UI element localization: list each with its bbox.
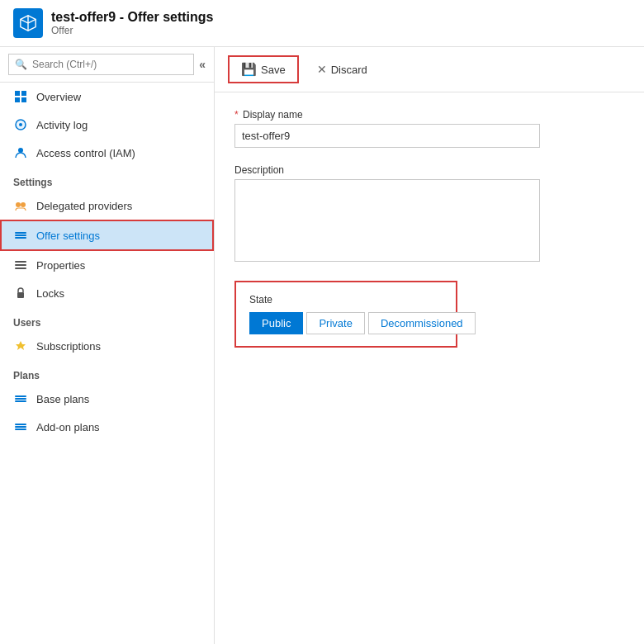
sidebar-item-activity-log[interactable]: Activity log <box>0 111 214 139</box>
svg-rect-18 <box>15 398 26 400</box>
display-name-label: * Display name <box>234 109 624 121</box>
required-marker: * <box>234 109 239 121</box>
sidebar-item-offer-settings-label: Offer settings <box>36 230 100 242</box>
iam-icon <box>13 145 28 160</box>
subscriptions-icon <box>13 339 28 353</box>
svg-rect-0 <box>15 91 20 96</box>
search-input[interactable] <box>8 54 194 75</box>
main-layout: 🔍 « Overview Activity log <box>0 47 644 644</box>
svg-rect-9 <box>15 232 26 234</box>
sidebar-item-overview-label: Overview <box>36 91 81 103</box>
svg-rect-15 <box>17 292 24 298</box>
sidebar-item-base-plans[interactable]: Base plans <box>0 385 214 413</box>
display-name-group: * Display name <box>234 109 624 148</box>
sidebar-item-addon-plans-label: Add-on plans <box>36 421 100 433</box>
search-box: 🔍 « <box>0 47 214 83</box>
svg-rect-11 <box>15 237 26 239</box>
svg-rect-12 <box>15 261 26 263</box>
discard-icon: ✕ <box>317 63 327 76</box>
state-buttons: Public Private Decommissioned <box>249 312 443 334</box>
section-plans: Plans <box>0 360 214 385</box>
offer-icon <box>13 8 43 38</box>
save-button[interactable]: 💾 Save <box>228 55 299 83</box>
sidebar: 🔍 « Overview Activity log <box>0 47 215 644</box>
svg-rect-22 <box>15 429 26 430</box>
state-box: State Public Private Decommissioned <box>234 281 457 348</box>
locks-icon <box>13 286 28 301</box>
sidebar-item-subscriptions-label: Subscriptions <box>36 340 101 353</box>
sidebar-item-overview[interactable]: Overview <box>0 83 214 111</box>
overview-icon <box>13 89 28 104</box>
delegated-icon <box>13 198 28 213</box>
description-label: Description <box>234 164 624 176</box>
sidebar-item-base-plans-label: Base plans <box>36 393 89 405</box>
sidebar-item-iam[interactable]: Access control (IAM) <box>0 139 214 167</box>
svg-rect-2 <box>15 97 20 102</box>
svg-rect-13 <box>15 264 26 266</box>
save-icon: 💾 <box>241 62 257 77</box>
content-area: 💾 Save ✕ Discard * Display name <box>215 47 644 644</box>
section-users: Users <box>0 307 214 332</box>
description-group: Description <box>234 164 624 264</box>
search-icon: 🔍 <box>15 59 27 70</box>
state-public-button[interactable]: Public <box>249 312 303 334</box>
sidebar-item-delegated-label: Delegated providers <box>36 200 132 212</box>
svg-point-5 <box>19 123 22 126</box>
svg-rect-17 <box>15 395 26 397</box>
save-label: Save <box>261 64 286 76</box>
svg-marker-16 <box>16 341 26 350</box>
discard-button[interactable]: ✕ Discard <box>305 58 379 81</box>
form-area: * Display name Description State Public … <box>215 92 644 644</box>
svg-point-8 <box>21 202 26 207</box>
svg-rect-19 <box>15 400 26 402</box>
description-input[interactable] <box>234 179 540 262</box>
sidebar-item-properties-label: Properties <box>36 259 85 272</box>
sidebar-item-locks[interactable]: Locks <box>0 279 214 307</box>
svg-point-7 <box>16 202 21 207</box>
svg-rect-20 <box>15 424 26 425</box>
svg-point-6 <box>18 148 23 153</box>
collapse-button[interactable]: « <box>199 58 206 71</box>
page-header: test-offer9 - Offer settings Offer <box>0 0 644 47</box>
state-private-button[interactable]: Private <box>306 312 364 334</box>
sidebar-item-addon-plans[interactable]: Add-on plans <box>0 413 214 441</box>
section-settings: Settings <box>0 167 214 192</box>
page-subtitle: Offer <box>51 25 213 36</box>
sidebar-item-activity-label: Activity log <box>36 119 88 131</box>
state-label: State <box>249 294 443 305</box>
offer-settings-icon <box>13 228 28 243</box>
toolbar: 💾 Save ✕ Discard <box>215 47 644 92</box>
svg-rect-21 <box>15 426 26 428</box>
activity-icon <box>13 117 28 132</box>
sidebar-item-iam-label: Access control (IAM) <box>36 147 135 159</box>
discard-label: Discard <box>331 64 367 76</box>
state-decommissioned-button[interactable]: Decommissioned <box>368 312 476 334</box>
base-plans-icon <box>13 391 28 406</box>
app-container: test-offer9 - Offer settings Offer 🔍 « O… <box>0 0 644 644</box>
sidebar-item-delegated-providers[interactable]: Delegated providers <box>0 192 214 220</box>
addon-plans-icon <box>13 419 28 434</box>
svg-rect-3 <box>21 97 26 102</box>
page-title: test-offer9 - Offer settings <box>51 10 213 25</box>
svg-rect-10 <box>15 234 26 236</box>
display-name-input[interactable] <box>234 124 540 148</box>
sidebar-item-subscriptions[interactable]: Subscriptions <box>0 332 214 360</box>
properties-icon <box>13 258 28 272</box>
svg-rect-1 <box>21 91 26 96</box>
sidebar-item-offer-settings[interactable]: Offer settings <box>2 221 212 249</box>
sidebar-item-locks-label: Locks <box>36 287 64 300</box>
sidebar-item-properties[interactable]: Properties <box>0 251 214 279</box>
header-text: test-offer9 - Offer settings Offer <box>51 10 213 36</box>
svg-rect-14 <box>15 268 26 269</box>
